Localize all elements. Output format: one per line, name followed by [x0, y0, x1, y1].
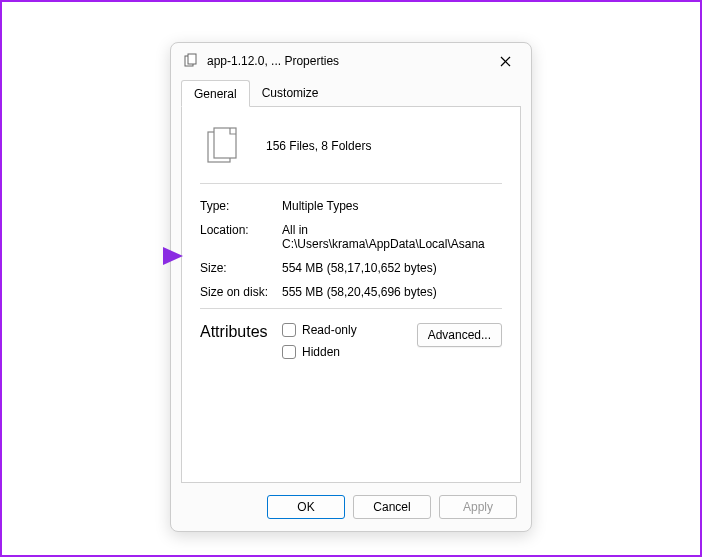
hidden-checkbox[interactable]: [282, 345, 296, 359]
readonly-check-row: Read-only: [282, 323, 417, 337]
attributes-row: Attributes Read-only Hidden Advanced...: [200, 319, 502, 359]
location-label: Location:: [200, 223, 282, 251]
readonly-label: Read-only: [302, 323, 357, 337]
divider: [200, 308, 502, 309]
files-icon: [204, 127, 242, 165]
size-label: Size:: [200, 261, 282, 275]
cancel-button[interactable]: Cancel: [353, 495, 431, 519]
divider: [200, 183, 502, 184]
file-count-summary: 156 Files, 8 Folders: [266, 139, 371, 153]
location-value: All in C:\Users\krama\AppData\Local\Asan…: [282, 223, 502, 251]
titlebar: app-1.12.0, ... Properties: [171, 43, 531, 79]
tab-general[interactable]: General: [181, 80, 250, 107]
dialog-title: app-1.12.0, ... Properties: [207, 54, 487, 68]
size-on-disk-row: Size on disk: 555 MB (58,20,45,696 bytes…: [200, 280, 502, 304]
tab-strip: General Customize: [181, 79, 521, 107]
multi-file-icon: [183, 53, 199, 69]
type-label: Type:: [200, 199, 282, 213]
close-button[interactable]: [487, 47, 523, 75]
size-on-disk-value: 555 MB (58,20,45,696 bytes): [282, 285, 502, 299]
dialog-button-bar: OK Cancel Apply: [171, 483, 531, 531]
svg-rect-1: [188, 54, 196, 64]
readonly-checkbox[interactable]: [282, 323, 296, 337]
type-value: Multiple Types: [282, 199, 502, 213]
size-row: Size: 554 MB (58,17,10,652 bytes): [200, 256, 502, 280]
type-row: Type: Multiple Types: [200, 194, 502, 218]
attributes-label: Attributes: [200, 323, 282, 341]
properties-dialog: app-1.12.0, ... Properties General Custo…: [170, 42, 532, 532]
size-on-disk-label: Size on disk:: [200, 285, 282, 299]
location-row: Location: All in C:\Users\krama\AppData\…: [200, 218, 502, 256]
apply-button[interactable]: Apply: [439, 495, 517, 519]
advanced-button[interactable]: Advanced...: [417, 323, 502, 347]
ok-button[interactable]: OK: [267, 495, 345, 519]
svg-rect-5: [214, 128, 236, 158]
hidden-check-row: Hidden: [282, 345, 417, 359]
summary-row: 156 Files, 8 Folders: [200, 121, 502, 179]
size-value: 554 MB (58,17,10,652 bytes): [282, 261, 502, 275]
tab-customize[interactable]: Customize: [250, 80, 331, 107]
tab-content-general: 156 Files, 8 Folders Type: Multiple Type…: [181, 107, 521, 483]
hidden-label: Hidden: [302, 345, 340, 359]
